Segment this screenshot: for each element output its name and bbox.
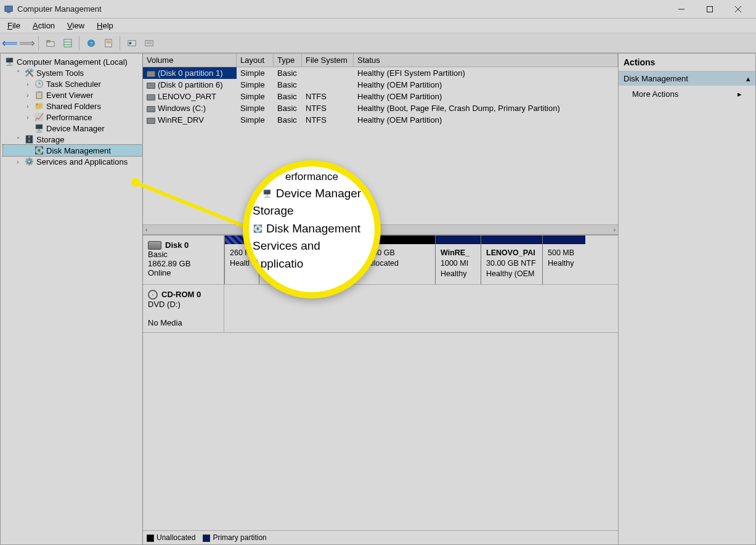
disk-header[interactable]: CD-ROM 0DVD (D:)No Media: [143, 285, 224, 332]
menu-file[interactable]: File: [2, 20, 25, 31]
navigation-tree[interactable]: 🖥️Computer Management (Local) ˅🛠️System …: [0, 53, 143, 545]
volume-icon: [147, 94, 155, 100]
close-button[interactable]: [724, 0, 752, 18]
volume-row[interactable]: LENOVO_PARTSimpleBasicNTFSHealthy (OEM P…: [143, 91, 618, 102]
disk-icon: 💽: [34, 145, 44, 155]
forward-button[interactable]: ⟹: [20, 36, 35, 51]
partition[interactable]: WinRE_1000 MIHealthy: [435, 236, 481, 284]
collapse-icon[interactable]: ▴: [746, 74, 750, 83]
volumes-header[interactable]: Volume Layout Type File System Status: [143, 54, 618, 67]
volume-row[interactable]: Windows (C:)SimpleBasicNTFSHealthy (Boot…: [143, 102, 618, 114]
col-layout[interactable]: Layout: [237, 54, 274, 67]
folder-icon: 📁: [34, 101, 44, 111]
minimize-button[interactable]: [667, 0, 696, 18]
tree-shared-folders[interactable]: ›📁Shared Folders: [3, 100, 142, 112]
grid-button[interactable]: [60, 36, 75, 51]
tree-task-scheduler[interactable]: ›🕒Task Scheduler: [3, 78, 142, 89]
properties-button[interactable]: [101, 36, 116, 51]
device-icon: 🖥️: [262, 189, 272, 199]
partition[interactable]: 500 MBHealthy: [542, 236, 585, 284]
tree-system-tools[interactable]: ˅🛠️System Tools: [3, 67, 142, 78]
volume-row[interactable]: (Disk 0 partition 1)SimpleBasicHealthy (…: [143, 67, 618, 79]
gauge-icon: 📈: [34, 112, 44, 122]
expander-icon[interactable]: ›: [24, 81, 31, 88]
expander-icon[interactable]: ›: [24, 114, 31, 121]
actions-more[interactable]: More Actions ▸: [619, 86, 755, 102]
maximize-button[interactable]: [696, 0, 724, 18]
tree-label: Storage: [36, 135, 65, 144]
tree-label: Event Viewer: [46, 91, 93, 100]
expander-icon[interactable]: ›: [14, 158, 22, 165]
zoom-annotation: erformance 🖥️Device Manager Storage 💽Dis…: [243, 160, 381, 298]
volume-icon: [147, 71, 155, 77]
menu-view[interactable]: View: [62, 20, 89, 31]
svg-rect-17: [129, 42, 132, 44]
menu-action[interactable]: Action: [28, 20, 60, 31]
tree-label: Performance: [46, 113, 92, 122]
back-button[interactable]: ⟸: [2, 36, 17, 51]
col-volume[interactable]: Volume: [143, 54, 237, 67]
volume-icon: [147, 83, 155, 89]
tree-label: Device Manager: [46, 124, 105, 133]
col-filesystem[interactable]: File System: [302, 54, 354, 67]
svg-rect-18: [145, 40, 153, 46]
svg-rect-3: [707, 6, 713, 12]
help-button[interactable]: ?: [84, 36, 99, 51]
scroll-right-icon[interactable]: ›: [614, 226, 616, 233]
disk-icon: [148, 241, 161, 250]
tree-storage[interactable]: ˅🗄️Storage: [3, 134, 142, 145]
tree-label: System Tools: [36, 68, 84, 78]
tree-disk-management[interactable]: 💽Disk Management: [3, 145, 142, 156]
expander-icon[interactable]: ˅: [14, 70, 22, 76]
tree-performance[interactable]: ›📈Performance: [3, 112, 142, 123]
disk-icon: 💽: [253, 224, 262, 234]
svg-rect-7: [47, 40, 50, 42]
tree-label: Disk Management: [46, 146, 111, 155]
expander-icon[interactable]: ›: [24, 92, 31, 99]
clock-icon: 🕒: [34, 79, 44, 89]
svg-text:?: ?: [89, 39, 92, 46]
expander-icon[interactable]: ˅: [14, 136, 22, 143]
window-title: Computer Management: [17, 4, 102, 14]
svg-rect-8: [64, 39, 71, 46]
disk-header[interactable]: Disk 0Basic1862.89 GBOnline: [143, 236, 224, 284]
svg-rect-14: [107, 41, 111, 41]
expander-icon[interactable]: ›: [24, 103, 31, 110]
tree-services-apps[interactable]: ›⚙️Services and Applications: [3, 156, 142, 167]
volume-row[interactable]: (Disk 0 partition 6)SimpleBasicHealthy (…: [143, 79, 618, 91]
tree-event-viewer[interactable]: ›📋Event Viewer: [3, 89, 142, 100]
refresh-button[interactable]: [124, 36, 139, 51]
list-button[interactable]: [142, 36, 156, 51]
tree-root[interactable]: 🖥️Computer Management (Local): [3, 56, 142, 67]
disk-row[interactable]: CD-ROM 0DVD (D:)No Media: [143, 285, 618, 333]
zoom-disk: Disk Management: [266, 220, 360, 238]
separator: [79, 36, 80, 51]
actions-more-label: More Actions: [632, 89, 678, 99]
col-status[interactable]: Status: [354, 54, 618, 67]
callout-dot: [131, 178, 140, 187]
menubar: File Action View Help: [0, 18, 756, 33]
partition[interactable]: LENOVO_PAI30.00 GB NTFHealthy (OEM: [481, 236, 542, 284]
menu-help[interactable]: Help: [92, 20, 118, 31]
up-button[interactable]: [43, 36, 58, 51]
volume-icon: [147, 118, 155, 124]
actions-pane: Actions Disk Management ▴ More Actions ▸: [618, 53, 756, 545]
volume-icon: [147, 106, 155, 112]
titlebar: Computer Management: [0, 0, 756, 18]
col-type[interactable]: Type: [274, 54, 302, 67]
disk-row[interactable]: Disk 0Basic1862.89 GBOnline260 MHealtlWi…: [143, 236, 618, 285]
legend-primary: Primary partition: [213, 533, 266, 542]
actions-section[interactable]: Disk Management ▴: [619, 72, 755, 86]
tree-device-manager[interactable]: 🖥️Device Manager: [3, 123, 142, 134]
separator: [120, 36, 121, 51]
zoom-device: Device Manager: [276, 185, 361, 203]
volumes-table[interactable]: Volume Layout Type File System Status (D…: [143, 54, 618, 126]
event-icon: 📋: [34, 90, 44, 100]
scroll-left-icon[interactable]: ‹: [145, 226, 147, 233]
svg-rect-15: [107, 43, 111, 43]
services-icon: ⚙️: [24, 157, 34, 166]
storage-icon: 🗄️: [24, 134, 34, 144]
tree-label: Task Scheduler: [46, 80, 101, 89]
svg-rect-1: [7, 12, 10, 13]
volume-row[interactable]: WinRE_DRVSimpleBasicNTFSHealthy (OEM Par…: [143, 114, 618, 126]
